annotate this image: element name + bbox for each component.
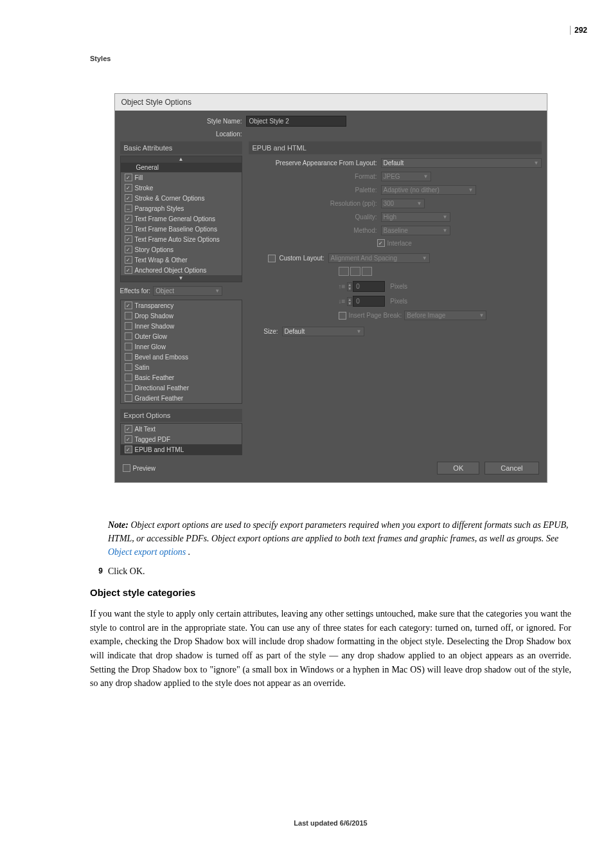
checkbox-icon[interactable] <box>125 215 132 222</box>
style-name-input[interactable] <box>246 116 346 127</box>
custom-layout-select: Alignment And Spacing▼ <box>328 253 430 263</box>
chevron-down-icon: ▼ <box>479 312 484 318</box>
pixels-label: Pixels <box>390 283 407 290</box>
checkbox-icon[interactable] <box>125 204 132 212</box>
subsection-heading: Object style categories <box>90 587 571 598</box>
checkbox-icon[interactable] <box>125 425 132 433</box>
list-item[interactable]: Text Frame Auto Size Options <box>121 234 242 244</box>
checkbox-icon[interactable] <box>125 343 132 350</box>
checkbox-icon[interactable] <box>125 266 132 274</box>
list-item[interactable]: Text Frame General Options <box>121 213 242 224</box>
space-before-spinner: ↑≡ ▲▼ <box>339 281 386 292</box>
checkbox-icon[interactable] <box>125 363 132 371</box>
checkbox-icon[interactable] <box>125 394 132 402</box>
list-item[interactable]: Anchored Object Options <box>121 265 242 275</box>
method-label: Method: <box>249 227 381 234</box>
insert-break-select: Before Image▼ <box>404 311 486 320</box>
checkbox-icon[interactable] <box>125 312 132 320</box>
custom-layout-checkbox[interactable] <box>268 255 276 262</box>
interlace-label: Interlace <box>387 240 412 247</box>
checkbox-icon[interactable] <box>125 435 132 443</box>
export-options-list: Alt Text Tagged PDF EPUB and HTML <box>120 423 242 455</box>
list-item[interactable]: Text Wrap & Other <box>121 255 242 265</box>
preserve-appearance-select[interactable]: Default▼ <box>381 158 542 168</box>
style-name-label: Style Name: <box>120 118 246 125</box>
list-item[interactable]: Story Options <box>121 244 242 255</box>
pixels-label: Pixels <box>390 298 407 305</box>
list-item[interactable]: Alt Text <box>121 424 242 434</box>
list-item[interactable]: EPUB and HTML <box>121 444 242 455</box>
step-text: Click OK. <box>108 566 145 577</box>
list-item[interactable]: Fill <box>121 172 242 183</box>
object-export-options-link[interactable]: Object export options <box>108 547 186 557</box>
alignment-icons <box>339 267 373 277</box>
palette-select: Adaptive (no dither)▼ <box>381 185 476 195</box>
insert-break-label: Insert Page Break: <box>349 312 402 319</box>
location-label: Location: <box>120 131 246 138</box>
checkbox-icon[interactable] <box>125 256 132 264</box>
effects-for-select[interactable]: Object▼ <box>153 286 222 296</box>
scroll-up-icon[interactable]: ▲ <box>121 156 242 163</box>
checkbox-icon[interactable] <box>125 384 132 392</box>
space-after-icon: ↓≡ <box>339 298 346 305</box>
checkbox-icon[interactable] <box>125 353 132 361</box>
format-select: JPEG▼ <box>381 172 431 181</box>
size-label: Size: <box>249 328 282 335</box>
checkbox-icon[interactable] <box>125 302 132 309</box>
list-item[interactable]: Basic Feather <box>121 372 242 383</box>
checkbox-icon[interactable] <box>125 374 132 381</box>
list-item[interactable]: Tagged PDF <box>121 434 242 444</box>
palette-label: Palette: <box>249 186 381 194</box>
list-item[interactable]: General <box>121 163 242 172</box>
chevron-down-icon: ▼ <box>357 329 362 334</box>
page-number: 292 <box>570 26 587 35</box>
cancel-button[interactable]: Cancel <box>484 462 538 475</box>
quality-label: Quality: <box>249 213 381 221</box>
list-item[interactable]: Stroke & Corner Options <box>121 193 242 203</box>
effects-for-label: Effects for: <box>120 287 151 294</box>
checkbox-icon[interactable] <box>125 246 132 253</box>
resolution-select: 300▼ <box>381 199 425 208</box>
chevron-down-icon: ▼ <box>423 174 429 179</box>
space-before-input <box>353 281 385 292</box>
preview-checkbox[interactable] <box>123 464 130 472</box>
section-heading: Styles <box>90 55 571 62</box>
chevron-down-icon: ▼ <box>534 160 539 166</box>
list-item[interactable]: Drop Shadow <box>121 311 242 321</box>
preserve-appearance-label: Preserve Appearance From Layout: <box>249 159 381 167</box>
checkbox-icon[interactable] <box>125 194 132 202</box>
custom-layout-label: Custom Layout: <box>280 255 324 262</box>
size-select[interactable]: Default▼ <box>282 327 364 336</box>
checkbox-icon[interactable] <box>125 174 132 181</box>
checkbox-icon[interactable] <box>125 446 132 453</box>
basic-attributes-header: Basic Attributes <box>120 141 242 154</box>
list-item[interactable]: Paragraph Styles <box>121 203 242 213</box>
checkbox-icon[interactable] <box>125 235 132 243</box>
checkbox-icon[interactable] <box>125 332 132 340</box>
insert-break-checkbox <box>339 312 346 320</box>
list-item[interactable]: Transparency <box>121 300 242 311</box>
checkbox-icon[interactable] <box>125 322 132 330</box>
list-item[interactable]: Inner Glow <box>121 341 242 352</box>
scroll-down-icon[interactable]: ▼ <box>121 275 242 282</box>
checkbox-icon[interactable] <box>125 225 132 233</box>
list-item[interactable]: Bevel and Emboss <box>121 352 242 362</box>
list-item[interactable]: Directional Feather <box>121 383 242 393</box>
chevron-down-icon: ▼ <box>443 228 448 233</box>
space-after-spinner: ↓≡ ▲▼ <box>339 296 386 307</box>
list-item[interactable]: Stroke <box>121 183 242 193</box>
last-updated: Last updated 6/6/2015 <box>90 819 571 827</box>
object-style-options-dialog: Object Style Options Style Name: Locatio… <box>114 93 547 483</box>
ok-button[interactable]: OK <box>437 462 479 475</box>
list-item[interactable]: Inner Shadow <box>121 321 242 331</box>
list-item[interactable]: Gradient Feather <box>121 393 242 403</box>
list-item[interactable]: Text Frame Baseline Options <box>121 224 242 234</box>
list-item[interactable]: Satin <box>121 362 242 372</box>
note-paragraph: Note: Object export options are used to … <box>108 518 571 559</box>
chevron-down-icon: ▼ <box>422 255 427 261</box>
chevron-down-icon: ▼ <box>417 201 422 206</box>
space-after-input <box>353 296 385 307</box>
format-label: Format: <box>249 173 381 180</box>
list-item[interactable]: Outer Glow <box>121 331 242 341</box>
checkbox-icon[interactable] <box>125 184 132 192</box>
